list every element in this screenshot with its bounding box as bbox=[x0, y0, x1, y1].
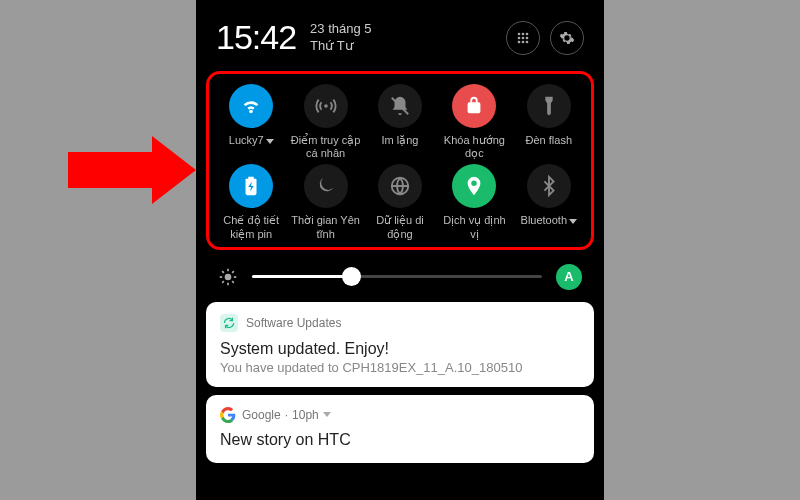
svg-point-6 bbox=[518, 40, 521, 43]
location-pin-icon bbox=[463, 175, 485, 197]
notification-title: New story on HTC bbox=[220, 431, 580, 449]
svg-line-17 bbox=[222, 271, 224, 273]
svg-point-12 bbox=[225, 273, 232, 280]
globe-icon bbox=[389, 175, 411, 197]
tile-silent[interactable]: Im lặng bbox=[364, 84, 436, 160]
tile-battery-saver[interactable]: Chế độ tiết kiệm pin bbox=[215, 164, 287, 240]
svg-point-1 bbox=[522, 32, 525, 35]
svg-line-19 bbox=[222, 281, 224, 283]
svg-point-9 bbox=[324, 104, 328, 108]
gear-icon bbox=[559, 30, 575, 46]
svg-line-18 bbox=[232, 281, 234, 283]
clock: 15:42 bbox=[216, 18, 296, 57]
notification-google[interactable]: Google · 10ph New story on HTC bbox=[206, 395, 594, 463]
svg-point-8 bbox=[526, 40, 529, 43]
notification-title: System updated. Enjoy! bbox=[220, 340, 580, 358]
brightness-icon bbox=[218, 267, 238, 287]
tile-flashlight[interactable]: Đèn flash bbox=[513, 84, 585, 160]
settings-button[interactable] bbox=[550, 21, 584, 55]
svg-point-4 bbox=[522, 36, 525, 39]
svg-point-5 bbox=[526, 36, 529, 39]
svg-point-7 bbox=[522, 40, 525, 43]
tile-rotation-lock[interactable]: Khóa hướng dọc bbox=[438, 84, 510, 160]
brightness-thumb[interactable] bbox=[342, 267, 361, 286]
battery-icon bbox=[240, 175, 262, 197]
quick-settings-panel: Lucky7 Điểm truy cập cá nhân Im lặng Khó… bbox=[206, 71, 594, 250]
svg-line-20 bbox=[232, 271, 234, 273]
svg-point-0 bbox=[518, 32, 521, 35]
phone-frame: 15:42 23 tháng 5 Thứ Tư Lucky7 Điểm truy… bbox=[196, 0, 604, 500]
google-icon bbox=[220, 407, 236, 423]
lock-icon bbox=[463, 95, 485, 117]
tile-do-not-disturb[interactable]: Thời gian Yên tĩnh bbox=[289, 164, 361, 240]
auto-brightness-toggle[interactable]: A bbox=[556, 264, 582, 290]
date: 23 tháng 5 Thứ Tư bbox=[310, 21, 371, 54]
tile-bluetooth[interactable]: Bluetooth bbox=[513, 164, 585, 240]
chevron-down-icon bbox=[569, 219, 577, 224]
reorder-tiles-button[interactable] bbox=[506, 21, 540, 55]
svg-point-2 bbox=[526, 32, 529, 35]
hotspot-icon bbox=[315, 95, 337, 117]
grid-icon bbox=[515, 30, 531, 46]
update-icon bbox=[220, 314, 238, 332]
moon-icon bbox=[315, 175, 337, 197]
tile-hotspot[interactable]: Điểm truy cập cá nhân bbox=[289, 84, 361, 160]
bluetooth-icon bbox=[538, 175, 560, 197]
tile-wifi[interactable]: Lucky7 bbox=[215, 84, 287, 160]
notification-app-name: Google bbox=[242, 408, 281, 422]
svg-point-3 bbox=[518, 36, 521, 39]
notification-app-name: Software Updates bbox=[246, 316, 341, 330]
flashlight-icon bbox=[538, 95, 560, 117]
wifi-icon bbox=[240, 95, 262, 117]
bell-off-icon bbox=[389, 95, 411, 117]
chevron-down-icon bbox=[266, 139, 274, 144]
brightness-slider[interactable] bbox=[252, 275, 542, 278]
tile-mobile-data[interactable]: Dữ liệu di động bbox=[364, 164, 436, 240]
status-header: 15:42 23 tháng 5 Thứ Tư bbox=[196, 0, 604, 67]
tile-location[interactable]: Dịch vụ định vị bbox=[438, 164, 510, 240]
notification-software-update[interactable]: Software Updates System updated. Enjoy! … bbox=[206, 302, 594, 387]
chevron-down-icon bbox=[323, 412, 331, 417]
brightness-row: A bbox=[196, 250, 604, 302]
notification-time: 10ph bbox=[292, 408, 319, 422]
notification-body: You have updated to CPH1819EX_11_A.10_18… bbox=[220, 360, 580, 375]
